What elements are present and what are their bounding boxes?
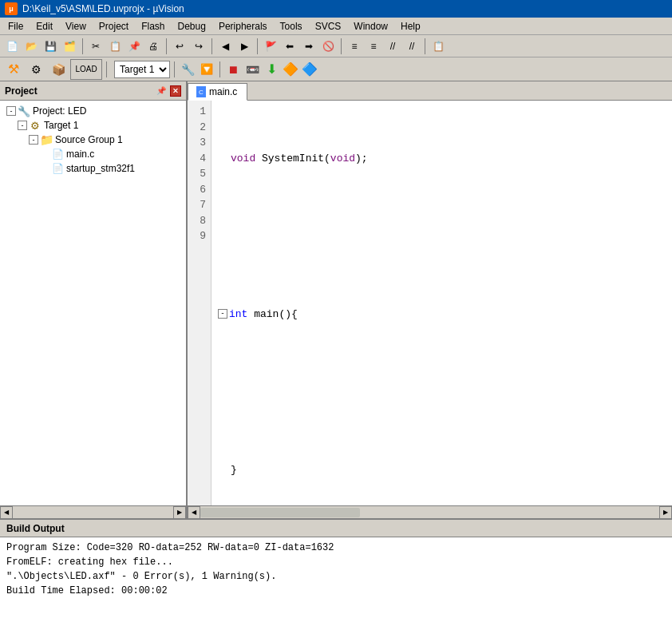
save-btn[interactable]: 💾 [42,38,59,55]
nav-fwd-btn[interactable]: ▶ [235,38,253,55]
sep7 [106,61,107,77]
hscroll-right-btn[interactable]: ▶ [659,506,672,519]
code-content[interactable]: void SystemInit( void ); - int main(){ [211,101,672,505]
sep1 [82,38,83,54]
folder-icon: 📁 [40,133,53,146]
new-file-btn[interactable]: 📄 [3,38,21,55]
sep8 [174,61,175,77]
bookmark-btn[interactable]: 🚩 [262,38,279,55]
code-line-2 [218,213,666,260]
panel-pin-btn[interactable]: 📌 [156,85,167,97]
print-btn[interactable]: 🖨 [144,38,162,55]
options-btn[interactable]: 🔧 [179,61,196,78]
copy-btn[interactable]: 📋 [106,38,124,55]
scroll-left-btn[interactable]: ◀ [0,506,13,519]
menu-item-edit[interactable]: Edit [30,19,59,34]
menu-item-peripherals[interactable]: Peripherals [212,19,274,34]
tree-source-group[interactable]: - 📁 Source Group 1 [0,133,186,147]
line-num-1: 1 [192,104,206,120]
bm-clear-btn[interactable]: 🚫 [319,38,337,55]
sep2 [166,38,167,54]
target-label: Target 1 [44,120,78,131]
project-header: Project 📌 ✕ [0,81,186,101]
code-sysinit-decl: SystemInit( [255,151,330,167]
code-line-5: } [218,462,666,478]
menu-item-tools[interactable]: Tools [274,19,309,34]
code-line-4 [218,369,666,416]
project-header-left: Project [5,85,38,97]
code-sysinit-end: ); [355,151,368,167]
line-num-9: 9 [192,228,206,244]
redo-btn[interactable]: ↪ [190,38,208,55]
expander-target[interactable]: - [18,121,27,130]
indent-btn[interactable]: ≡ [346,38,363,55]
start-stop-debug-btn[interactable]: ⏹ [224,61,242,78]
menu-item-window[interactable]: Window [347,19,394,34]
translate-btn[interactable]: 📦 [48,59,69,80]
outdent-btn[interactable]: ≡ [365,38,382,55]
file-main-c-icon: 📄 [51,148,64,160]
title-text: D:\Keil_v5\ASM\LED.uvprojx - µVision [22,3,184,14]
sep9 [219,61,220,77]
hscroll-left-btn[interactable]: ◀ [188,506,200,519]
debug-select-btn[interactable]: 🔽 [198,61,215,78]
tab-file-icon: C [196,86,206,97]
tree-startup[interactable]: 📄 startup_stm32f1 [0,161,186,176]
undo-btn[interactable]: ↩ [171,38,188,55]
panel-close-btn[interactable]: ✕ [170,85,181,97]
open-btn[interactable]: 📂 [22,38,40,55]
run-btn[interactable]: 📼 [243,61,261,78]
tree-main-c[interactable]: 📄 main.c [0,147,186,161]
project-label: Project: LED [33,105,86,117]
erase-btn[interactable]: 🔶 [282,61,299,78]
build-btn[interactable]: ⚒ [3,59,24,80]
toolbar-2: ⚒ ⚙ 📦 LOAD Target 1 🔧 🔽 ⏹ 📼 ⬇ 🔶 🔷 [0,57,672,81]
cut-btn[interactable]: ✂ [87,38,105,55]
menu-item-file[interactable]: File [2,19,30,34]
tree-project[interactable]: - 🔧 Project: LED [0,104,186,118]
bm-next-btn[interactable]: ➡ [300,38,318,55]
file-startup-icon: 📄 [51,162,64,175]
line-num-5: 5 [192,166,206,182]
menu-bar: FileEditViewProjectFlashDebugPeripherals… [0,18,672,35]
template-btn[interactable]: 📋 [429,38,447,55]
uncomment-btn[interactable]: // [403,38,421,55]
save-all-btn[interactable]: 🗂️ [61,38,78,55]
line-num-2: 2 [192,120,206,136]
collapse-btn-3[interactable]: - [218,309,227,319]
hscroll-track[interactable] [200,508,360,517]
rebuild-btn[interactable]: ⚙ [26,59,46,80]
tree-target[interactable]: - ⚙ Target 1 [0,118,186,133]
code-brace-close-1: } [231,462,237,478]
editor-area: C main.c 1 2 3 4 5 6 7 8 9 void [188,81,672,518]
editor-hscroll: ◀ ▶ [188,505,672,518]
tab-main-c[interactable]: C main.c [188,83,247,101]
menu-item-project[interactable]: Project [93,19,135,34]
menu-item-debug[interactable]: Debug [172,19,212,34]
project-tree: - 🔧 Project: LED - ⚙ Target 1 - 📁 Source… [0,101,186,505]
scroll-track[interactable] [13,506,173,519]
line-num-4: 4 [192,151,206,167]
main-area: Project 📌 ✕ - 🔧 Project: LED - ⚙ Target … [0,81,672,518]
menu-item-svcs[interactable]: SVCS [309,19,348,34]
tab-label: main.c [209,86,237,97]
download-btn[interactable]: ⬇ [263,61,280,78]
line-num-3: 3 [192,135,206,151]
comment-btn[interactable]: // [384,38,401,55]
expander-source-group[interactable]: - [29,135,38,145]
expander-project[interactable]: - [6,106,16,116]
menu-item-view[interactable]: View [59,19,93,34]
line-num-7: 7 [192,197,206,213]
target-selector[interactable]: Target 1 [114,61,170,78]
target-options-btn[interactable]: 🔷 [301,61,318,78]
scroll-right-btn[interactable]: ▶ [173,506,186,519]
bm-prev-btn[interactable]: ⬅ [281,38,298,55]
load-btn[interactable]: LOAD [70,59,102,80]
menu-item-help[interactable]: Help [394,19,427,34]
nav-back-btn[interactable]: ◀ [216,38,234,55]
build-line-2: FromELF: creating hex file... [6,555,666,569]
paste-btn[interactable]: 📌 [125,38,143,55]
target-icon: ⚙ [29,119,42,132]
menu-item-flash[interactable]: Flash [135,19,171,34]
code-line-3: - int main(){ [218,307,666,323]
